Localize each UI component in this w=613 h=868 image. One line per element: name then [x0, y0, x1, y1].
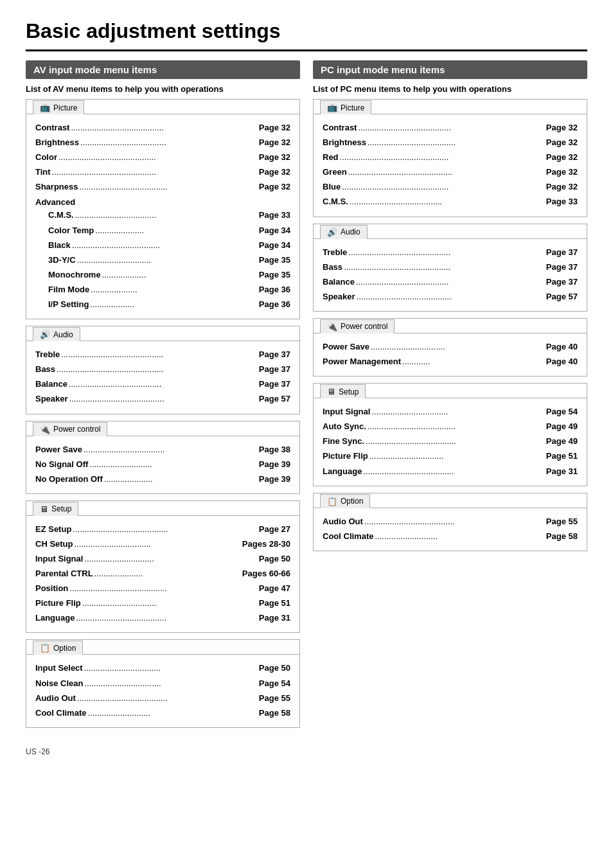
list-item: Balance.................................… — [323, 275, 578, 290]
av-picture-menu: 📺 Picture Contrast......................… — [26, 99, 300, 319]
list-item: Power Save..............................… — [35, 443, 290, 457]
list-item: Contrast................................… — [323, 121, 578, 136]
av-power-tab: 🔌 Power control — [33, 422, 107, 436]
list-item: No Signal Off...........................… — [35, 457, 290, 472]
av-section-subtitle: List of AV menu items to help you with o… — [26, 84, 300, 94]
list-item: Language................................… — [323, 465, 578, 479]
list-item: Audio Out...............................… — [323, 515, 578, 529]
pc-setup-tab: 🖥 Setup — [320, 384, 366, 398]
pc-option-menu: 📋 Option Audio Out......................… — [313, 493, 587, 551]
list-item: Red.....................................… — [323, 150, 578, 165]
list-item: Noise Clean.............................… — [35, 677, 290, 691]
pc-power-tab: 🔌 Power control — [320, 319, 395, 333]
av-option-menu: 📋 Option Input Select...................… — [26, 639, 300, 727]
list-item: Blue....................................… — [323, 180, 578, 195]
list-item: Cool Climate...........................P… — [323, 529, 578, 544]
list-item: Tint....................................… — [35, 165, 290, 180]
list-item: Monochrome...................Page 35 — [48, 268, 290, 283]
audio-icon: 🔊 — [40, 330, 50, 339]
pc-power-menu: 🔌 Power control Power Save..............… — [313, 318, 587, 376]
list-item: Power Management............Page 40 — [323, 355, 578, 369]
list-item: Input Select............................… — [35, 661, 290, 676]
pc-audio-tab: 🔊 Audio — [320, 225, 368, 239]
pc-section-subtitle: List of PC menu items to help you with o… — [313, 84, 587, 94]
picture-icon: 📺 — [40, 103, 50, 112]
option-icon: 📋 — [40, 643, 50, 653]
list-item: Position................................… — [35, 581, 290, 596]
av-setup-tab: 🖥 Setup — [33, 502, 78, 516]
pc-picture-content: Contrast................................… — [314, 114, 587, 217]
av-setup-content: EZ Setup................................… — [26, 515, 299, 633]
av-audio-menu: 🔊 Audio Treble..........................… — [26, 326, 300, 414]
av-picture-tab: 📺 Picture — [33, 100, 84, 114]
power-icon-pc: 🔌 — [327, 322, 337, 332]
list-item: Balance.................................… — [35, 377, 290, 392]
av-power-menu: 🔌 Power control Power Save..............… — [26, 421, 300, 494]
pc-section-header: PC input mode menu items — [313, 60, 587, 79]
power-icon: 🔌 — [40, 425, 50, 434]
list-item: Bass....................................… — [35, 362, 290, 377]
list-item: C.M.S...................................… — [323, 195, 578, 209]
page-footer: US -26 — [26, 747, 587, 756]
option-icon-pc: 📋 — [327, 497, 337, 506]
page-number: US -26 — [26, 747, 49, 756]
av-option-tab: 📋 Option — [33, 641, 83, 655]
list-item: Language................................… — [35, 611, 290, 626]
list-item: Bass....................................… — [323, 260, 578, 275]
av-audio-content: Treble..................................… — [26, 341, 299, 413]
list-item: Black...................................… — [48, 238, 290, 253]
list-item: Speaker.................................… — [35, 392, 290, 407]
pc-audio-menu: 🔊 Audio Treble..........................… — [313, 224, 587, 312]
list-item: Fine Sync...............................… — [323, 434, 578, 449]
setup-icon-pc: 🖥 — [327, 387, 335, 396]
list-item: EZ Setup................................… — [35, 522, 290, 537]
list-item: Input Signal............................… — [35, 552, 290, 567]
list-item: Power Save..............................… — [323, 340, 578, 355]
list-item: Green...................................… — [323, 165, 578, 180]
list-item: Picture Flip............................… — [323, 449, 578, 464]
list-item: Treble..................................… — [323, 245, 578, 260]
main-content: AV input mode menu items List of AV menu… — [26, 60, 587, 734]
list-item: Picture Flip............................… — [35, 596, 290, 611]
list-item: Treble..................................… — [35, 348, 290, 362]
list-item: Speaker.................................… — [323, 290, 578, 305]
list-item: Film Mode....................Page 36 — [48, 283, 290, 297]
list-item: Brightness..............................… — [323, 136, 578, 150]
pc-setup-content: Input Signal............................… — [314, 398, 587, 485]
list-item: I/P Setting...................Page 36 — [48, 297, 290, 312]
av-section-header: AV input mode menu items — [26, 60, 300, 79]
pc-picture-menu: 📺 Picture Contrast......................… — [313, 99, 587, 217]
list-item: Cool Climate...........................P… — [35, 706, 290, 721]
list-item: Auto Sync...............................… — [323, 420, 578, 434]
av-option-content: Input Select............................… — [26, 654, 299, 727]
pc-audio-content: Treble..................................… — [314, 238, 587, 311]
list-item: C.M.S...................................… — [48, 208, 290, 223]
av-column: AV input mode menu items List of AV menu… — [26, 60, 300, 734]
pc-option-content: Audio Out...............................… — [314, 508, 587, 551]
pc-power-content: Power Save..............................… — [314, 333, 587, 376]
advanced-label: Advanced — [35, 197, 290, 207]
pc-picture-tab: 📺 Picture — [320, 100, 371, 114]
list-item: No Operation Off.....................Pag… — [35, 472, 290, 487]
list-item: Contrast................................… — [35, 121, 290, 136]
picture-icon-pc: 📺 — [327, 103, 337, 112]
list-item: CH Setup................................… — [35, 537, 290, 552]
pc-setup-menu: 🖥 Setup Input Signal....................… — [313, 383, 587, 486]
list-item: Color Temp.....................Page 34 — [48, 224, 290, 238]
list-item: 3D-Y/C................................Pa… — [48, 253, 290, 268]
list-item: Brightness..............................… — [35, 136, 290, 150]
av-picture-content: Contrast................................… — [26, 114, 299, 319]
list-item: Color...................................… — [35, 150, 290, 165]
list-item: Sharpness...............................… — [35, 180, 290, 195]
setup-icon: 🖥 — [40, 504, 48, 514]
av-setup-menu: 🖥 Setup EZ Setup........................… — [26, 500, 300, 633]
pc-option-tab: 📋 Option — [320, 494, 370, 508]
pc-column: PC input mode menu items List of PC menu… — [313, 60, 587, 734]
list-item: Audio Out...............................… — [35, 691, 290, 706]
av-audio-tab: 🔊 Audio — [33, 327, 80, 341]
list-item: Parental CTRL.....................Pages … — [35, 567, 290, 581]
av-power-content: Power Save..............................… — [26, 436, 299, 493]
audio-icon-pc: 🔊 — [327, 227, 337, 237]
list-item: Input Signal............................… — [323, 405, 578, 420]
page-title: Basic adjustment settings — [26, 19, 587, 51]
